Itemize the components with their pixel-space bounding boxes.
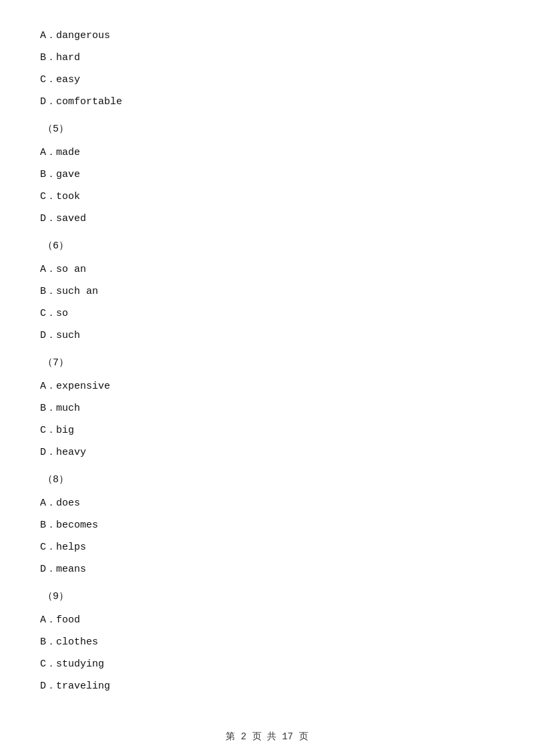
option-4-0: A．does (40, 494, 494, 512)
option-3-2: C．big (40, 421, 494, 439)
main-content: A．dangerousB．hardC．easyD．comfortable（5）A… (0, 0, 534, 739)
option-3-1: B．much (40, 399, 494, 417)
option-2-0: A．so an (40, 260, 494, 278)
section-label-5: （9） (40, 588, 494, 606)
option-3-0: A．expensive (40, 377, 494, 395)
option-5-2: C．studying (40, 655, 494, 673)
option-1-0: A．made (40, 144, 494, 162)
footer-text: 第 2 页 共 17 页 (226, 731, 308, 742)
option-0-0: A．dangerous (40, 27, 494, 45)
page-footer: 第 2 页 共 17 页 (0, 731, 534, 743)
option-2-2: C．so (40, 305, 494, 323)
option-1-1: B．gave (40, 166, 494, 184)
option-2-1: B．such an (40, 282, 494, 301)
option-0-3: D．comfortable (40, 93, 494, 111)
option-1-2: C．took (40, 188, 494, 206)
option-2-3: D．such (40, 327, 494, 345)
option-1-3: D．saved (40, 210, 494, 228)
section-label-1: （5） (40, 120, 494, 138)
section-label-4: （8） (40, 471, 494, 489)
section-label-2: （6） (40, 237, 494, 255)
option-4-1: B．becomes (40, 516, 494, 534)
option-0-1: B．hard (40, 49, 494, 67)
option-0-2: C．easy (40, 71, 494, 89)
option-4-2: C．helps (40, 538, 494, 556)
section-label-3: （7） (40, 354, 494, 372)
option-4-3: D．means (40, 560, 494, 578)
option-5-1: B．clothes (40, 633, 494, 651)
option-3-3: D．heavy (40, 443, 494, 461)
option-5-0: A．food (40, 611, 494, 629)
option-5-3: D．traveling (40, 677, 494, 695)
